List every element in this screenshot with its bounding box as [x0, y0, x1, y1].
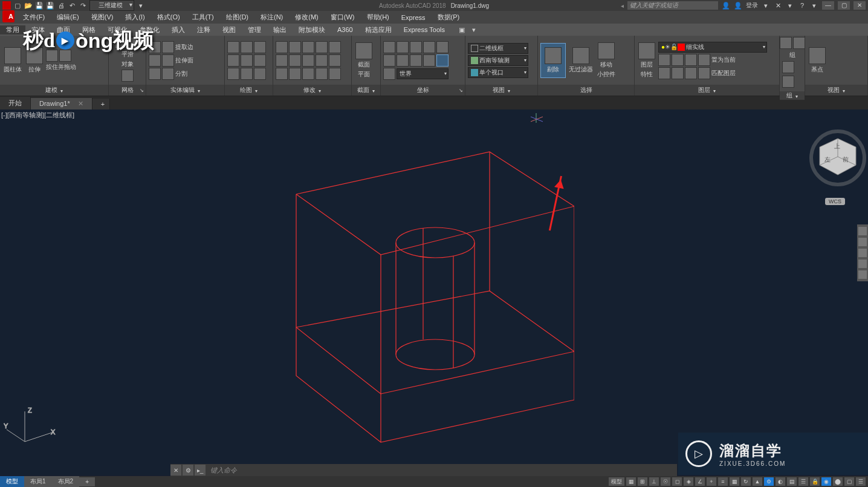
dropdown-icon[interactable]: ▾ [762, 1, 770, 10]
extract-edges-icon[interactable] [162, 41, 174, 53]
trim-icon[interactable] [302, 41, 314, 53]
status-am-icon[interactable]: ◐ [776, 477, 785, 486]
user-icon[interactable]: 👤 [734, 1, 742, 10]
menu-modify[interactable]: 修改(M) [289, 13, 325, 22]
ucs-icon-4[interactable] [423, 41, 435, 53]
tab-featured[interactable]: 精选应用 [359, 25, 398, 34]
help-icon[interactable]: ? [798, 1, 806, 10]
status-qp-icon[interactable]: ☰ [798, 477, 808, 486]
plot-icon[interactable]: 🖨 [57, 1, 65, 10]
nav-pan-icon[interactable] [858, 238, 867, 246]
scale-icon[interactable] [289, 68, 301, 80]
layer-freeze-icon[interactable] [672, 54, 684, 66]
undo-icon[interactable]: ↶ [68, 1, 76, 10]
layer-lock-btn-icon[interactable] [698, 54, 710, 66]
drawing-area[interactable]: [-][西南等轴测][二维线框] [0, 109, 868, 476]
ungroup-icon[interactable] [793, 37, 805, 49]
panel-mesh-launcher-icon[interactable]: ↘ [140, 88, 144, 93]
match-layer-label[interactable]: 匹配图层 [711, 69, 736, 77]
ucs-icon-6[interactable] [383, 54, 395, 67]
menu-draw[interactable]: 绘图(D) [220, 13, 254, 22]
mirror-icon[interactable] [289, 54, 301, 67]
status-osnap-icon[interactable]: ◻ [672, 477, 682, 486]
3dalign-icon[interactable] [329, 68, 341, 80]
tab-model[interactable]: 模型 [0, 476, 24, 487]
menu-dimension[interactable]: 标注(N) [254, 13, 289, 22]
ucs-icon-8[interactable] [410, 54, 422, 67]
tab-manage[interactable]: 管理 [242, 25, 267, 34]
slice-icon[interactable] [162, 68, 174, 80]
array-icon[interactable] [302, 68, 314, 80]
tab-view[interactable]: 视图 [216, 25, 242, 34]
login-text[interactable]: 登录 [746, 1, 758, 10]
cylinder-button[interactable]: 圆柱体 [2, 47, 23, 74]
tab-layout2[interactable]: 布局2 [52, 476, 80, 487]
layer-on-icon[interactable] [685, 67, 697, 79]
cmd-options-icon[interactable]: ⚙ [183, 465, 193, 476]
status-ws-icon[interactable]: ⚙ [764, 477, 774, 486]
menu-express[interactable]: Express [395, 14, 432, 21]
tab-output[interactable]: 输出 [267, 25, 293, 34]
status-snap-icon[interactable]: ⊞ [638, 477, 647, 486]
subtract-icon[interactable] [149, 54, 161, 67]
cmd-close-icon[interactable]: ✕ [170, 465, 181, 476]
app-menu-button[interactable]: A [2, 10, 15, 22]
new-icon[interactable]: ▢ [13, 1, 22, 10]
viewcube[interactable]: 上 左 前 [808, 128, 856, 182]
nav-orbit-icon[interactable] [858, 260, 867, 268]
autocad-app-icon[interactable] [2, 1, 11, 10]
panel-view-expand-icon[interactable] [507, 87, 510, 94]
save-icon[interactable]: 💾 [35, 1, 44, 10]
group-edit-icon[interactable] [782, 61, 794, 73]
exchange-icon[interactable]: ✕ [774, 1, 782, 10]
spline-icon[interactable] [227, 68, 239, 80]
rectangle-icon[interactable] [241, 41, 253, 53]
ucs-world-select[interactable]: 世界 [397, 68, 449, 79]
mesh-icon[interactable] [121, 70, 134, 82]
panel-layer-expand-icon[interactable] [712, 87, 716, 94]
status-hardware-icon[interactable]: ⬤ [833, 477, 843, 486]
ucs-icon-10[interactable] [383, 68, 395, 80]
layer-select[interactable]: ●☀🔓细实线 [658, 42, 767, 53]
layer-unlock-icon[interactable] [698, 67, 710, 79]
doctab-add-button[interactable]: + [92, 99, 110, 109]
maximize-button[interactable]: ▢ [838, 1, 850, 10]
panel-modify-expand-icon[interactable] [317, 87, 321, 94]
redo-icon[interactable]: ↷ [79, 1, 87, 10]
group-label[interactable]: 组 [789, 51, 795, 59]
ellipse-icon[interactable] [241, 68, 253, 80]
a360-dropdown-icon[interactable]: ▾ [786, 1, 794, 10]
panel-group-expand-icon[interactable] [794, 93, 798, 99]
menu-tools[interactable]: 工具(T) [186, 13, 220, 22]
help-dropdown-icon[interactable]: ▾ [810, 1, 818, 10]
status-model[interactable]: 模型 [609, 477, 624, 486]
panel-modeling-expand-icon[interactable] [59, 87, 63, 94]
tab-addins[interactable]: 附加模块 [293, 25, 331, 34]
visual-style-select[interactable]: 二维线框 [468, 43, 528, 54]
pline-icon[interactable] [241, 54, 253, 67]
extrude-face-icon[interactable] [162, 54, 174, 67]
offset-icon[interactable] [316, 68, 328, 80]
ucs-icon-3[interactable] [410, 41, 422, 53]
wcs-badge[interactable]: WCS [825, 198, 845, 205]
3dmove-icon[interactable] [329, 41, 341, 53]
menu-view[interactable]: 视图(V) [85, 13, 120, 22]
nav-zoom-icon[interactable] [858, 249, 867, 257]
intersect-icon[interactable] [149, 68, 161, 80]
search-chevron-icon[interactable]: ◂ [621, 2, 624, 9]
layer-off-icon[interactable] [685, 54, 697, 66]
menu-insert[interactable]: 插入(I) [119, 13, 151, 22]
tab-add[interactable]: + [79, 477, 95, 486]
stretch-icon[interactable] [276, 68, 288, 80]
layer-uniso-icon[interactable] [658, 67, 670, 79]
tab-home[interactable]: 常用 [0, 25, 25, 34]
doctab-close-icon[interactable]: ✕ [78, 100, 83, 107]
polyline-icon[interactable] [227, 41, 239, 53]
3drotate-icon[interactable] [329, 54, 341, 67]
doctab-drawing1[interactable]: Drawing1* ✕ [31, 98, 92, 109]
move-icon[interactable] [276, 41, 288, 53]
menu-data[interactable]: 数据(P) [432, 13, 466, 22]
panel-baseview-expand-icon[interactable] [841, 87, 845, 94]
status-transparency-icon[interactable]: ▦ [730, 477, 739, 486]
viewport-label[interactable]: [-][西南等轴测][二维线框] [1, 111, 74, 120]
